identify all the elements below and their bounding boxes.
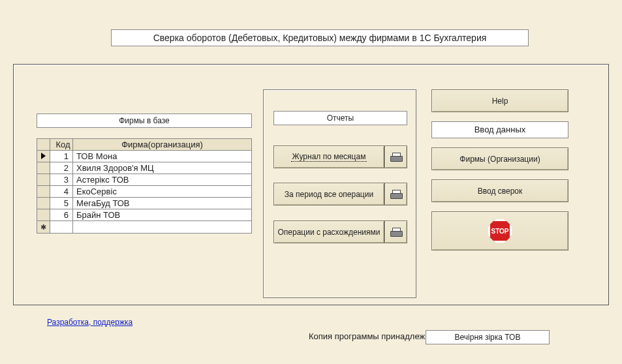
main-panel: Фирмы в базе Код Фирма(организация) 1ТОВ… <box>13 64 609 305</box>
cell-code[interactable] <box>50 221 73 234</box>
period-print-button[interactable] <box>384 183 407 205</box>
help-button-label: Help <box>492 97 508 106</box>
cell-name[interactable]: ЕкоСервіс <box>73 186 252 198</box>
table-row[interactable]: 5МегаБуд ТОВ <box>37 198 252 209</box>
firms-panel-label: Фирмы в базе <box>37 114 252 128</box>
journal-button-label: Журнал по месяцам <box>291 152 367 162</box>
cell-code[interactable]: 2 <box>50 162 73 174</box>
table-row[interactable]: 2Хвиля Здоров'я МЦ <box>37 162 252 174</box>
table-row[interactable]: 4ЕкоСервіс <box>37 186 252 198</box>
stop-button[interactable]: STOP <box>431 211 568 250</box>
row-header[interactable] <box>37 198 50 209</box>
app-title: Сверка оборотов (Дебетовых, Кредитовых) … <box>111 29 529 46</box>
diff-button[interactable]: Операции с расхождениями <box>273 220 384 243</box>
cell-code[interactable]: 3 <box>50 174 73 186</box>
reports-panel: Отчеты Журнал по месяцам За период все о… <box>263 89 416 298</box>
reports-panel-label: Отчеты <box>273 111 407 125</box>
cell-name[interactable]: Хвиля Здоров'я МЦ <box>73 162 252 174</box>
printer-icon <box>390 228 401 237</box>
row-header[interactable] <box>37 162 50 174</box>
firms-table-wrapper: Код Фирма(организация) 1ТОВ Мона2Хвиля З… <box>37 138 252 234</box>
period-button-label: За период все операции <box>285 190 373 199</box>
table-row[interactable]: 6Брайн ТОВ <box>37 209 252 221</box>
new-row-icon: ✱ <box>40 223 46 231</box>
row-header[interactable] <box>37 209 50 221</box>
input-sverok-label: Ввод сверок <box>478 187 523 196</box>
row-header[interactable] <box>37 151 50 162</box>
row-header[interactable] <box>37 186 50 198</box>
printer-icon <box>390 190 401 199</box>
cell-name[interactable]: Астерікс ТОВ <box>73 174 252 186</box>
row-header[interactable] <box>37 174 50 186</box>
firms-table[interactable]: Код Фирма(организация) 1ТОВ Мона2Хвиля З… <box>37 138 252 234</box>
cell-code[interactable]: 4 <box>50 186 73 198</box>
journal-button[interactable]: Журнал по месяцам <box>273 145 384 168</box>
input-sverok-button[interactable]: Ввод сверок <box>431 179 568 202</box>
diff-button-label: Операции с расхождениями <box>277 228 380 237</box>
col-header-code[interactable]: Код <box>50 139 73 151</box>
stop-icon: STOP <box>488 219 512 243</box>
row-header-blank <box>37 139 50 151</box>
cell-code[interactable]: 1 <box>50 151 73 162</box>
firms-org-label: Фирмы (Организации) <box>459 155 540 164</box>
owner-label: Копия программы принадлежит <box>309 331 433 341</box>
cell-code[interactable]: 6 <box>50 209 73 221</box>
cell-name[interactable]: ТОВ Мона <box>73 151 252 162</box>
journal-print-button[interactable] <box>384 145 407 168</box>
current-row-icon <box>41 153 46 159</box>
col-header-name[interactable]: Фирма(организация) <box>73 139 252 151</box>
data-entry-label: Ввод данных <box>431 121 568 138</box>
period-button[interactable]: За период все операции <box>273 183 384 205</box>
help-button[interactable]: Help <box>431 89 568 112</box>
cell-name[interactable]: Брайн ТОВ <box>73 209 252 221</box>
cell-name[interactable]: МегаБуд ТОВ <box>73 198 252 209</box>
table-row-new[interactable]: ✱ <box>37 221 252 234</box>
right-column: Help Ввод данных Фирмы (Организации) Вво… <box>431 89 582 260</box>
table-row[interactable]: 3Астерікс ТОВ <box>37 174 252 186</box>
firms-org-button[interactable]: Фирмы (Организации) <box>431 147 568 170</box>
printer-icon <box>390 153 401 162</box>
dev-support-link[interactable]: Разработка, поддержка <box>47 318 132 327</box>
table-row[interactable]: 1ТОВ Мона <box>37 151 252 162</box>
owner-value: Вечірня зірка ТОВ <box>426 330 550 344</box>
diff-print-button[interactable] <box>384 220 407 243</box>
cell-code[interactable]: 5 <box>50 198 73 209</box>
new-row-header[interactable]: ✱ <box>37 221 50 234</box>
cell-name[interactable] <box>73 221 252 234</box>
